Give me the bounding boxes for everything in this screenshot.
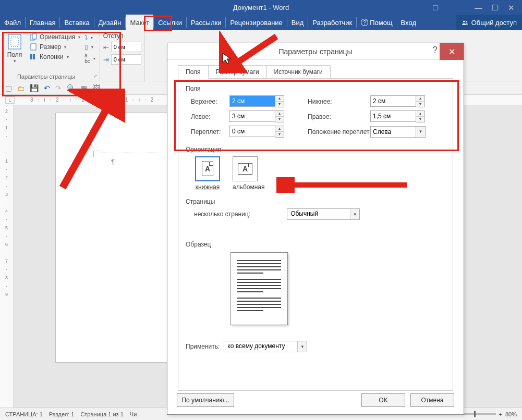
tab-layout[interactable]: Макет	[126, 15, 153, 30]
tab-developer[interactable]: Разработчик	[308, 15, 356, 30]
ribbon-tabs: Файл Главная Вставка Дизайн Макет Ссылки…	[0, 15, 522, 30]
dialog-tabs: Поля Размер бумаги Источник бумаги	[178, 65, 464, 79]
maximize-icon[interactable]: ☐	[492, 3, 499, 13]
margins-section-label: Поля	[186, 85, 445, 92]
right-margin-label: Правое:	[308, 113, 370, 120]
apply-to-select[interactable]: ко всему документу▼	[224, 341, 307, 352]
orientation-section-label: Ориентация	[186, 146, 445, 153]
tab-review[interactable]: Рецензирование	[226, 15, 286, 30]
page-setup-group: Поля ▾ Ориентация▾ Размер▾ Колонки▾ ⤵▾ ▯…	[0, 30, 100, 81]
tab-help[interactable]: ?Помощ	[357, 15, 396, 30]
page-setup-dialog: Параметры страницы ? ✕ Поля Размер бумаг…	[167, 43, 464, 415]
title-bar: Документ1 - Word ▢ — ☐ ✕	[0, 0, 522, 15]
gutter-pos-select[interactable]: ▼	[370, 126, 428, 138]
status-words[interactable]: Чи	[130, 411, 137, 417]
margins-button[interactable]: Поля ▾	[3, 32, 26, 72]
page-setup-launcher-icon[interactable]: ⤢	[93, 73, 98, 79]
gutter-input[interactable]: ▲▼	[229, 126, 287, 138]
tab-insert[interactable]: Вставка	[60, 15, 93, 30]
svg-rect-2	[8, 34, 21, 49]
bottom-margin-input[interactable]: ▲▼	[370, 95, 428, 107]
share-button[interactable]: Общий доступ	[456, 15, 522, 30]
orientation-button[interactable]: Ориентация▾	[28, 32, 81, 42]
open-icon[interactable]: 🗀	[17, 84, 25, 92]
vertical-ruler[interactable]: 2·1··1·2·3·4·5·6·7·8·9	[0, 105, 14, 407]
ribbon-display-options-icon[interactable]: ▢	[432, 3, 439, 11]
svg-point-0	[463, 21, 465, 23]
new-doc-icon[interactable]: ▢	[5, 84, 12, 92]
window-title: Документ1 - Word	[233, 4, 289, 11]
chevron-down-icon[interactable]: ▼	[350, 209, 359, 219]
top-margin-label: Верхнее:	[191, 98, 229, 105]
apply-to-label: Применить:	[186, 343, 220, 350]
tab-home[interactable]: Главная	[26, 15, 59, 30]
share-icon	[462, 19, 469, 26]
margins-icon	[6, 33, 23, 51]
zoom-in-icon[interactable]: +	[499, 411, 502, 417]
tab-file[interactable]: Файл	[0, 15, 25, 30]
dialog-close-icon[interactable]: ✕	[440, 43, 464, 60]
tab-view[interactable]: Вид	[287, 15, 308, 30]
preview-thumbnail	[230, 252, 288, 325]
undo-icon[interactable]: ↶	[44, 84, 50, 92]
svg-rect-5	[32, 34, 37, 39]
default-button[interactable]: По умолчанию...	[177, 393, 234, 407]
spin-up-icon[interactable]: ▲	[275, 96, 284, 102]
spin-down-icon[interactable]: ▼	[275, 102, 284, 107]
svg-rect-7	[30, 54, 32, 59]
svg-rect-6	[31, 44, 36, 50]
group-label: Параметры страницы	[0, 73, 92, 80]
tab-margins-dlg[interactable]: Поля	[178, 65, 209, 79]
redo-icon[interactable]: ↷	[55, 84, 62, 92]
tab-references[interactable]: Ссылки	[154, 15, 186, 30]
left-margin-input[interactable]: ▲▼	[229, 110, 287, 122]
tab-source-dlg[interactable]: Источник бумаги	[266, 65, 331, 79]
save-icon[interactable]: 💾	[30, 84, 39, 92]
help-icon: ?	[361, 19, 368, 26]
cancel-button[interactable]: Отмена	[410, 393, 454, 407]
tab-design[interactable]: Дизайн	[94, 15, 126, 30]
tab-selector[interactable]: L	[5, 96, 15, 104]
columns-button[interactable]: Колонки▾	[28, 52, 81, 61]
breaks-button[interactable]: ⤵▾	[83, 33, 96, 42]
picture-icon[interactable]: 🖼	[93, 84, 100, 92]
gutter-pos-label: Положение переплета:	[308, 128, 370, 135]
size-icon	[29, 43, 38, 51]
preview-icon[interactable]: 🔍	[67, 84, 76, 92]
gutter-label: Переплет:	[191, 128, 229, 135]
indent-right-input[interactable]	[111, 54, 141, 65]
status-page[interactable]: СТРАНИЦА: 1	[5, 411, 43, 417]
indent-right-icon: ⇥	[103, 56, 109, 64]
line-numbers-button[interactable]: ▯▾	[83, 43, 96, 51]
zoom-value[interactable]: 80%	[505, 411, 517, 417]
minimize-icon[interactable]: —	[475, 3, 482, 13]
ok-button[interactable]: OK	[361, 393, 405, 407]
size-button[interactable]: Размер▾	[28, 42, 81, 52]
status-pageof[interactable]: Страница 1 из 1	[80, 411, 123, 417]
hyphenation-button[interactable]: a-bс▾	[83, 52, 96, 65]
signin-button[interactable]: Вход	[397, 15, 420, 30]
chevron-down-icon[interactable]: ▼	[297, 341, 307, 352]
indent-group: Отступ ⇤ ⇥	[100, 30, 145, 81]
top-margin-input[interactable]: ▲▼	[229, 95, 287, 107]
close-icon[interactable]: ✕	[508, 3, 515, 13]
right-margin-input[interactable]: ▲▼	[370, 110, 428, 122]
tab-paper-dlg[interactable]: Размер бумаги	[208, 65, 267, 79]
svg-rect-8	[33, 54, 35, 59]
table-icon[interactable]: ▦	[81, 84, 88, 92]
pages-section-label: Страницы	[186, 198, 445, 205]
indent-left-input[interactable]	[111, 42, 141, 52]
paragraph-mark: ¶	[111, 158, 115, 166]
landscape-button[interactable]: A альбомная	[233, 156, 265, 191]
indent-left-icon: ⇤	[103, 43, 109, 51]
left-margin-label: Левое:	[191, 113, 229, 120]
columns-icon	[29, 53, 38, 61]
dialog-help-icon[interactable]: ?	[433, 45, 438, 55]
dialog-title-bar[interactable]: Параметры страницы ? ✕	[167, 43, 464, 60]
portrait-button[interactable]: A книжная	[195, 156, 220, 191]
status-section[interactable]: Раздел: 1	[49, 411, 75, 417]
tab-mailings[interactable]: Рассылки	[187, 15, 225, 30]
multipages-select[interactable]: Обычный▼	[287, 208, 360, 220]
indent-label: Отступ	[103, 32, 141, 40]
chevron-down-icon[interactable]: ▼	[416, 126, 426, 138]
